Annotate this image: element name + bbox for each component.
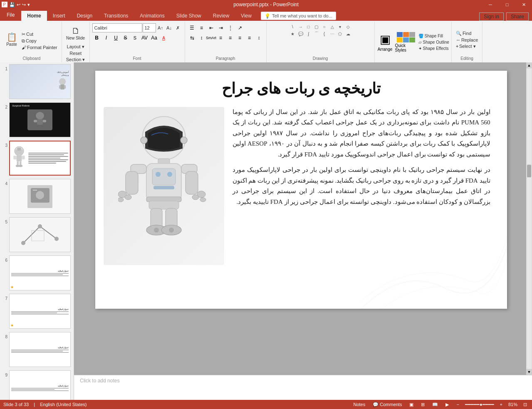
text-shadow-button[interactable]: S [131,33,140,42]
comments-status-btn[interactable]: 💬 Comments [371,402,403,407]
shape-chevron-btn[interactable]: ⋯ [329,30,336,37]
decrease-indent-btn[interactable]: ⇤ [207,23,216,32]
tab-animations[interactable]: Animations [134,11,170,21]
slide-item-3[interactable]: 3 [0,139,74,177]
reset-button[interactable]: Reset [68,50,83,56]
section-button[interactable]: Section ▾ [64,57,87,63]
shape-oval-btn[interactable]: ○ [321,23,328,30]
zoom-in-btn[interactable]: + [498,402,504,407]
tab-file[interactable]: File [0,9,21,21]
shape-rect-btn[interactable]: □ [305,23,312,30]
quick-styles-button[interactable]: Quick Styles [395,29,417,55]
tab-insert[interactable]: Insert [47,11,71,21]
shape-callout-btn[interactable]: 💬 [297,30,304,37]
slide-item-6[interactable]: 6 عنوان اسلاید ★ [0,254,74,292]
justify-btn[interactable]: ≡ [245,33,254,42]
arrange-button[interactable]: ▣ Arrange [376,29,394,55]
slide-item-7[interactable]: 7 عنوان اسلاید ★ [0,292,74,330]
shape-fill-btn[interactable]: 🪣 Shape Fill [418,33,450,39]
slide-item-8[interactable]: 8 عنوان اسلاید [0,330,74,369]
share-button[interactable]: Share [506,12,529,21]
shape-outline-btn[interactable]: ▱ Shape Outline [418,40,450,45]
char-spacing-button[interactable]: AV [140,33,149,42]
zoom-out-btn[interactable]: − [455,402,460,407]
slide-item-1[interactable]: 1 آموزش رباتیکو پزشکی [0,62,74,101]
shape-bracket-btn[interactable]: { [321,30,328,37]
shape-pentagon-btn[interactable]: ⬠ [337,30,344,37]
tell-me-box[interactable]: 💡 Tell me what you want to do... [261,12,336,20]
slide-scroll-area[interactable]: تاریخچه ی ربات های جراح اولین بار در سال… [74,62,532,375]
shape-more-btn[interactable]: ▾ [337,23,344,30]
notes-status-btn[interactable]: Notes [351,402,367,407]
slide-thumb-wrapper-6[interactable]: عنوان اسلاید ★ [9,255,71,290]
slide-item-9[interactable]: 9 عنوان اسلاید ★ [0,369,74,400]
center-btn[interactable]: ≡ [226,33,235,42]
align-right-btn[interactable]: ≡ [235,33,245,42]
cut-button[interactable]: ✂ Cut [20,31,59,37]
minimize-button[interactable]: ─ [482,0,499,9]
slide-canvas[interactable]: تاریخچه ی ربات های جراح اولین بار در سال… [95,71,507,309]
quick-access-undo[interactable]: ↩ [17,2,20,7]
clear-format-btn[interactable]: ✗ [174,24,182,32]
italic-button[interactable]: I [102,33,111,42]
quick-access-customize[interactable]: ▾ [27,2,30,7]
reading-view-btn[interactable]: 📖 [431,402,440,407]
paste-button[interactable]: 📋 Paste [4,27,19,52]
strikethrough-button[interactable]: S [121,33,130,42]
tab-view[interactable]: View [235,11,257,21]
tab-slideshow[interactable]: Slide Show [171,11,207,21]
slide-title[interactable]: تاریخچه ی ربات های جراح [95,71,507,103]
slide-thumb-wrapper-7[interactable]: عنوان اسلاید ★ [9,294,71,329]
slide-thumb-wrapper-5[interactable] [9,217,71,252]
select-button[interactable]: ⌖ Select ▾ [454,43,480,50]
convert-smartart-btn[interactable]: SmArt [207,33,216,42]
more-para-btn[interactable]: ↗ [235,23,245,32]
zoom-slider[interactable]: ━━━━━●━━━━ [465,402,494,407]
text-case-btn[interactable]: Aa [150,33,159,42]
font-size-input[interactable] [143,23,156,32]
shape-triangle-btn[interactable]: △ [329,23,336,30]
shape-curve-btn[interactable]: ∫ [305,30,312,37]
shape-rounded-btn[interactable]: ▢ [313,23,320,30]
quick-access-redo[interactable]: ↪ [22,2,26,7]
slide-sorter-btn[interactable]: ⊞ [419,402,426,407]
underline-button[interactable]: U [111,33,121,42]
close-button[interactable]: ✕ [515,0,532,9]
scroll-up-btn[interactable]: ▲ [526,62,532,68]
notes-bar[interactable]: Click to add notes [74,375,532,400]
new-slide-button[interactable]: 🗋 New Slide [64,23,87,43]
tab-transitions[interactable]: Transitions [98,11,134,21]
shape-line-btn[interactable]: \ [289,23,297,30]
font-decrease-btn[interactable]: A↓ [165,24,173,32]
tab-review[interactable]: Review [207,11,235,21]
shape-effects-btn[interactable]: ✦ Shape Effects [418,46,450,51]
slide-item-5[interactable]: 5 [0,216,74,254]
slide-thumb-wrapper-1[interactable]: آموزش رباتیکو پزشکی [9,64,71,99]
slide-thumb-wrapper-4[interactable] [9,179,71,214]
quick-access-save[interactable]: 💾 [9,2,15,7]
copy-button[interactable]: ⧉ Copy [20,38,59,44]
replace-button[interactable]: ↔ Replace [454,37,480,43]
font-color-btn[interactable]: A [159,33,168,42]
scroll-down-btn[interactable]: ▼ [526,369,532,375]
align-left-btn[interactable]: ≡ [216,33,225,42]
slide-thumb-wrapper-9[interactable]: عنوان اسلاید ★ [9,370,71,400]
tab-home[interactable]: Home [21,11,47,21]
shape-cloud-btn[interactable]: ☁ [344,30,352,37]
shape-arrow-btn[interactable]: → [297,23,304,30]
shape-star-btn[interactable]: ★ [289,30,297,37]
shape-connector-btn[interactable]: ⌒ [313,30,320,37]
bullet-list-btn[interactable]: ☰ [188,23,197,32]
scroll-thumb[interactable] [527,165,531,177]
sign-in-button[interactable]: Sign in [479,12,504,21]
line-spacing-btn[interactable]: ↕ [255,33,264,42]
maximize-button[interactable]: □ [499,0,515,9]
bold-button[interactable]: B [92,33,101,42]
columns-btn[interactable]: ⋮ [226,23,235,32]
text-direction-btn[interactable]: ⇆ [188,33,197,42]
slide-item-4[interactable]: 4 [0,177,74,216]
align-text-btn[interactable]: ↕ [197,33,206,42]
font-name-input[interactable] [92,23,142,32]
find-button[interactable]: 🔍 Find [454,30,480,37]
shape-extra-btn[interactable]: ◇ [344,23,352,30]
